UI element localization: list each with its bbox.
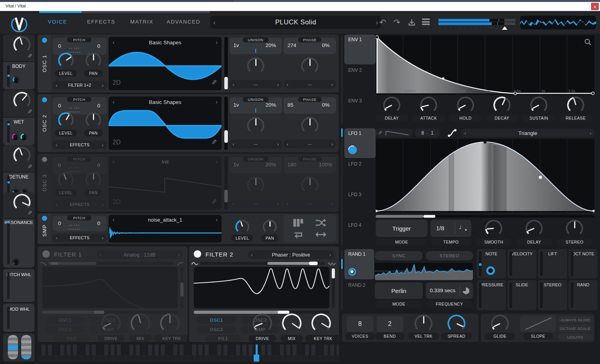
lfo-tempo-value[interactable]: 1/8 [436,225,444,231]
smp-sample-display[interactable]: noise_attack_1 [109,215,222,242]
mod-amount-bar[interactable] [540,251,543,276]
env-tab-scrollbar[interactable] [341,35,343,124]
rand-stereo-button[interactable]: STEREO [426,251,473,260]
smp-power-button[interactable] [42,216,47,221]
dotted-note-icon[interactable]: ♩ [459,223,465,231]
osc2-tune[interactable]: 0 [97,103,100,109]
smp-tune[interactable]: 0 [97,220,100,226]
filter1-keytrack-knob[interactable] [160,313,180,333]
bend-box[interactable]: 2 [376,316,403,332]
tab-env2[interactable]: ENV 2 [344,65,376,95]
osc2-level-knob[interactable] [58,112,74,128]
mod-source-note[interactable]: NOTE [477,249,506,278]
pitch-wheel[interactable] [8,335,18,359]
mod-amount-bar[interactable] [479,282,482,308]
tab-effects[interactable]: EFFECTS [87,19,115,25]
mod-mini-knob[interactable] [13,258,20,265]
octave-scale-toggle[interactable]: OCTAVE SCALE [558,325,593,332]
osc3-unison-dest[interactable]: --- [229,199,282,208]
smp-pan-knob[interactable] [263,220,277,234]
lfo-tab-scrollbar[interactable] [341,128,343,245]
osc1-unison-knob[interactable] [247,57,264,75]
mod-source-octnote[interactable]: OCT NOTE [569,249,598,278]
transpose-snap-dots[interactable] [67,226,81,231]
sample-name[interactable]: noise_attack_1 [109,217,222,223]
edit-pencil-icon[interactable] [27,53,33,60]
filter2-input-osc3[interactable]: OSC3 [197,326,236,333]
keyboard[interactable] [38,344,339,362]
glide-knob[interactable] [491,315,509,333]
smp-transpose[interactable]: 0 [58,220,61,226]
smp-pitch-box[interactable]: PITCH 0 0 [53,216,107,231]
wavetable-edit-icon[interactable] [211,198,217,206]
tab-env3[interactable]: ENV 3 [344,96,376,125]
osc2-unison-box[interactable]: UNISON 1v 20% [229,97,282,114]
slope-display[interactable] [520,315,556,332]
edit-pencil-icon[interactable] [27,108,33,115]
filter2-power-button[interactable] [194,250,201,258]
lfo-display[interactable] [376,139,595,213]
osc2-pan-knob[interactable] [85,112,101,128]
tab-rand2[interactable]: RAND 2 [344,280,374,310]
mod-source-velocity[interactable]: VELOCITY [507,249,536,278]
osc3-phase-dest[interactable]: --- [284,199,336,208]
lfo-stereo-knob[interactable] [566,220,583,237]
filter1-power-button[interactable] [42,250,50,258]
osc1-unison-voices[interactable]: 1v [233,42,239,48]
rand-sync-button[interactable]: SYNC [375,251,423,260]
osc2-power-button[interactable] [42,97,47,102]
tab-voice[interactable]: VOICE [48,19,67,25]
lfo-smooth-curve-icon[interactable] [447,128,457,138]
mod-amount-bar[interactable] [509,282,512,308]
volume-handle[interactable] [502,26,507,30]
mod-amount-bar[interactable] [509,251,512,276]
oscilloscope[interactable] [520,16,596,29]
smp-level-knob[interactable] [235,220,249,234]
redo-icon[interactable]: ↷ [392,17,402,27]
close-button[interactable]: x [591,3,599,10]
osc1-wavetable-display[interactable]: Basic Shapes 2D [109,37,222,90]
osc2-unison-dest[interactable]: --- [229,140,282,148]
mod-amount-bar[interactable] [571,282,573,308]
chevron-right-icon[interactable] [102,83,104,88]
osc2-unison-voices[interactable]: 1v [233,102,239,108]
wavetable-next-icon[interactable] [216,40,218,45]
osc2-frame-slider[interactable] [224,96,228,150]
loop-icon[interactable] [292,230,304,239]
rand-frequency-value[interactable]: 0.339 secs [430,288,455,293]
rand-tab-scrollbar[interactable] [341,249,343,310]
mod-amount-bar[interactable] [7,222,10,264]
legato-toggle[interactable]: LEGATO [558,333,593,340]
osc1-unison-box[interactable]: UNISON 1v 20% [229,38,282,54]
osc1-routing[interactable]: FILTER 1+2 [68,83,91,87]
filter2-drive-knob[interactable] [253,313,272,333]
env-decay-knob[interactable] [493,96,511,114]
filter2-input-fil1[interactable]: FIL1 [205,335,241,342]
filter1-response-display[interactable] [42,267,178,308]
macro4-knob[interactable] [13,194,31,211]
osc3-unison-detune[interactable]: 20% [265,162,276,167]
osc2-unison-detune[interactable]: 20% [265,102,276,108]
osc2-unison-knob[interactable] [247,117,264,134]
edit-pencil-icon[interactable] [27,163,33,170]
filter1-input-fil2[interactable]: FIL2 [54,335,89,342]
mod-wheel[interactable] [21,335,31,359]
lfo-shape-selector[interactable]: Triangle [461,129,595,137]
lfo-mode-box[interactable]: Trigger [376,220,427,237]
osc1-phase-dest[interactable]: --- [284,80,336,89]
env-release-knob[interactable] [567,96,584,114]
lfo-grid-x[interactable]: 8 [421,130,424,136]
lfo-delay-knob[interactable] [525,220,543,237]
voices-box[interactable]: 8 [347,316,373,332]
osc3-transpose[interactable]: 0 [58,162,61,168]
filter2-keytrack-knob[interactable] [311,313,331,333]
filter1-input-osc3[interactable]: OSC3 [45,326,85,333]
osc2-wavetable-name[interactable]: Basic Shapes [109,99,222,105]
sample-next-icon[interactable] [216,217,218,222]
osc3-wavetable-name[interactable]: Init [109,159,222,165]
black-keys[interactable] [38,344,339,355]
mod-amount-bar[interactable] [7,272,10,299]
osc2-phase-knob[interactable] [301,117,318,134]
filter1-model-selector[interactable]: Analog : 12dB [96,250,183,259]
keytrack-icon[interactable] [292,218,304,228]
